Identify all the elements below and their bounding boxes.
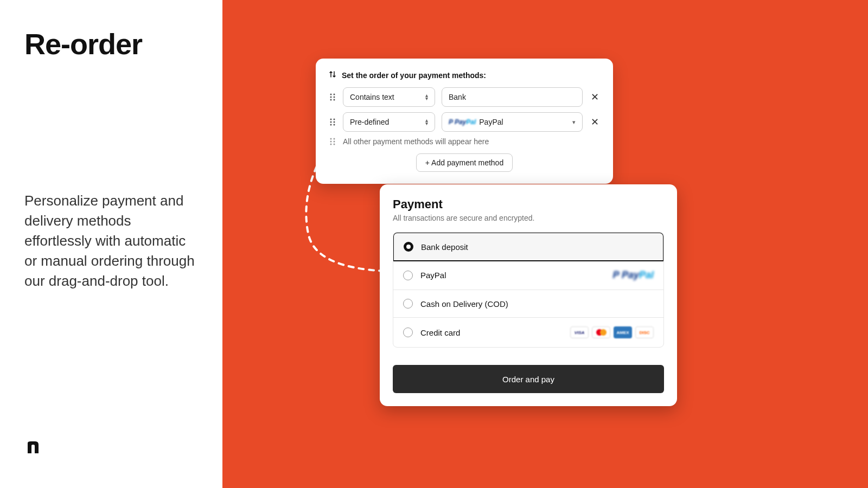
checkout-title: Payment <box>393 197 664 211</box>
svg-point-16 <box>334 141 335 143</box>
condition-select[interactable]: Contains text ▴▾ <box>343 87 435 107</box>
checkout-subtitle: All transactions are secure and encrypte… <box>393 214 664 222</box>
mastercard-icon <box>592 326 610 338</box>
svg-point-12 <box>334 124 335 126</box>
value-input[interactable]: Bank <box>442 87 583 107</box>
config-title: Set the order of your payment methods: <box>342 71 486 80</box>
svg-point-7 <box>330 119 332 120</box>
visa-icon: VISA <box>570 326 589 338</box>
add-payment-method-button[interactable]: + Add payment method <box>416 153 513 172</box>
chevron-down-icon: ▾ <box>572 119 576 126</box>
drag-handle-icon[interactable] <box>329 93 336 101</box>
config-rule-row: Contains text ▴▾ Bank ✕ <box>329 87 600 107</box>
config-rest-row: All other payment methods will appear he… <box>329 137 600 146</box>
paypal-icon: P PayPal <box>449 118 476 126</box>
order-and-pay-button[interactable]: Order and pay <box>393 365 664 393</box>
page-title: Re-order <box>24 27 198 61</box>
radio-icon <box>403 299 413 309</box>
svg-point-9 <box>330 121 332 123</box>
payment-option[interactable]: Credit card VISA AMEX DISC <box>393 318 663 347</box>
config-rule-row: Pre-defined ▴▾ P PayPal PayPal ▾ ✕ <box>329 112 600 132</box>
checkout-preview-card: Payment All transactions are secure and … <box>380 184 677 406</box>
discover-icon: DISC <box>635 326 654 338</box>
config-header: Set the order of your payment methods: <box>329 70 600 80</box>
svg-point-6 <box>334 99 335 101</box>
condition-select[interactable]: Pre-defined ▴▾ <box>343 112 435 132</box>
svg-point-11 <box>330 124 332 126</box>
svg-point-17 <box>330 144 332 145</box>
svg-point-18 <box>334 144 335 145</box>
payment-option[interactable]: Cash on Delivery (COD) <box>393 290 663 318</box>
svg-point-3 <box>330 97 332 98</box>
rest-label: All other payment methods will appear he… <box>343 137 489 146</box>
svg-point-8 <box>334 119 335 120</box>
drag-handle-icon[interactable] <box>329 118 336 126</box>
radio-icon <box>404 242 413 252</box>
svg-point-1 <box>330 94 332 95</box>
info-panel: Re-order Personalize payment and deliver… <box>0 0 222 488</box>
reorder-config-card: Set the order of your payment methods: C… <box>316 59 613 184</box>
svg-point-5 <box>330 99 332 101</box>
svg-point-10 <box>334 121 335 123</box>
drag-handle-icon[interactable] <box>329 137 336 146</box>
chevron-updown-icon: ▴▾ <box>425 119 428 125</box>
amex-icon: AMEX <box>614 326 632 338</box>
svg-point-14 <box>334 138 335 140</box>
svg-point-15 <box>330 141 332 143</box>
radio-icon <box>403 328 413 337</box>
remove-rule-button[interactable]: ✕ <box>589 91 600 103</box>
payment-option[interactable]: Bank deposit <box>393 232 664 261</box>
page-description: Personalize payment and delivery methods… <box>24 191 198 291</box>
svg-point-2 <box>334 94 335 95</box>
chevron-updown-icon: ▴▾ <box>425 94 428 100</box>
value-select[interactable]: P PayPal PayPal ▾ <box>442 112 583 132</box>
demo-panel: Set the order of your payment methods: C… <box>222 0 868 488</box>
brand-logo <box>24 439 42 458</box>
radio-icon <box>403 271 413 280</box>
svg-point-13 <box>330 138 332 140</box>
svg-point-4 <box>334 97 335 98</box>
payment-option[interactable]: PayPal P PayPal <box>393 261 663 290</box>
sort-icon <box>329 70 336 80</box>
paypal-logo-icon: P PayPal <box>613 269 654 281</box>
remove-rule-button[interactable]: ✕ <box>589 116 600 128</box>
payment-options-list: Bank deposit PayPal P PayPal Cash on Del… <box>393 232 664 348</box>
